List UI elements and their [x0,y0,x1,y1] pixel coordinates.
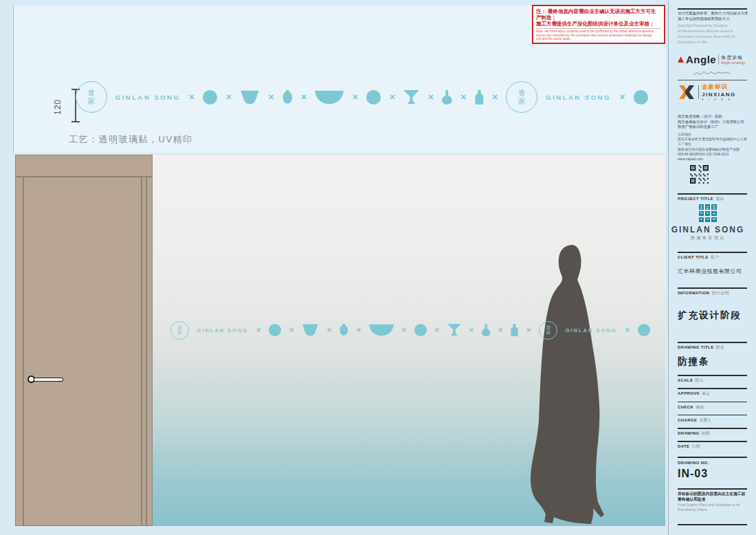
x-separator-icon: ✕ [389,93,395,102]
x-separator-icon: ✕ [225,93,232,102]
qr-code [690,165,709,184]
jinxiang-sub: S I G N S [702,98,736,101]
cup-icon [240,90,260,105]
note-cn-lines: 注： 最终信息内容需由业主确认无误后施工方方可生产制造；施工方需提供生产深化图纸… [536,8,661,27]
drawing-title-value: 防撞条 [678,356,710,368]
field-label: DRAWING制图 [678,430,710,437]
divider [678,428,747,429]
drawing-sheet: 120 工艺：透明玻璃贴，UV精印 青家GINLAN SONG✕✕✕✕✕✕✕✕✕… [0,0,756,535]
title-block: 设计方案版权所有，图纸尺寸均以标注为准，施工单位须到现场核实实际尺寸。 Copy… [668,0,756,535]
text-line: 陕西省宝鸡市国自省置锦标识制造产业园 [678,147,747,152]
text-line: 公司地址 [678,132,747,137]
divider [698,85,699,99]
label-en: INFORMATION [678,291,709,295]
x-separator-icon: ✕ [268,93,274,102]
field-check: CHECK审核 [669,402,756,415]
brand-text: GINLAN SONG [546,94,611,101]
door-transom [16,155,152,177]
project-title-label: PROJECT TITLE项目 [678,196,724,202]
bottle-icon [511,324,518,336]
x-separator-icon: ✕ [356,327,362,334]
field-scale: SCALE图示 [669,375,756,388]
dimension-label: 120 [53,94,74,115]
divider [678,252,747,253]
label-cn: 客户 [711,255,720,259]
angle-logo-tagline: 角度策略 Angle strategy [721,54,746,65]
text-line: 陕西广告标识制造新工厂 [678,124,744,130]
field-label: APPROVE审定 [678,391,710,397]
text-line: www.xajxad.com [678,157,747,162]
label-en: DRAWING TITLE [678,345,714,349]
x-separator-icon: ✕ [491,93,498,102]
design-phase: 扩充设计阶段 [678,309,742,322]
x-separator-icon: ✕ [401,327,407,334]
field-label: CHECK审核 [678,404,704,411]
x-separator-icon: ✕ [427,93,434,102]
divider [678,388,747,389]
x-separator-icon: ✕ [619,93,625,102]
field-label: SCALE图示 [678,378,703,384]
text-line: Dimension Contractors Must Verify All [678,34,735,39]
angle-wordmark: Angle [686,54,716,65]
divider [678,524,747,525]
door [15,155,153,526]
angle-cn: 角度策略 [721,54,746,61]
field-label: DATE日期 [678,444,700,450]
x-separator-icon: ✕ [498,327,504,334]
circle-icon [269,324,281,336]
text-line: 西安金象标识设计（制作）工程有限公司 [678,120,744,125]
bowl-icon [315,90,344,105]
circle-icon [634,90,648,105]
x-separator-icon: ✕ [289,327,295,334]
label-cn: 图名 [716,345,725,349]
footnote-cn: 所有标识的图及内容需由业主在施工前最终确认和批准 [678,492,746,502]
circle-icon [203,90,217,105]
text-line: 最终确认和批准 [678,497,746,503]
text-line: Provided by Others. [678,507,740,512]
text-line: Final Graphic Plans and Schedules to be [678,503,740,507]
divider [678,8,747,10]
text-line: 施工方需提供生产深化图纸供设计单位及业主审核； [536,21,661,27]
client-name: 汇丰祥商业投股有限公司 [678,268,742,275]
disclaimer-en: Copyright Reserved by DesignerAll Measur… [678,23,735,45]
divider [678,375,747,376]
signage-band-elevation: 青家GINLAN SONG✕✕✕✕✕✕✕✕✕青家GINLAN SONG✕ [170,315,650,345]
process-note: 工艺：透明玻璃贴，UV精印 [69,133,193,146]
divider [678,80,747,80]
divider [678,488,747,490]
label-cn: 项目 [715,197,724,201]
qingjia-roundel-logo: 青家 [76,81,107,113]
divider [678,287,747,289]
door-stile-line [146,177,147,525]
divider [678,342,747,343]
project-name-cn: 景澜青家酒店 [669,235,747,241]
x-separator-icon: ✕ [352,93,358,102]
angle-en: Angle strategy [721,61,746,65]
text-line: unit and the owner audit. [536,37,661,41]
martini-icon [447,324,461,336]
brand-text: GINLAN SONG [566,327,617,334]
label-en: DRAWING NO. [678,461,709,465]
cup-icon [302,324,319,336]
drawing-no-label: DRAWING NO. [678,461,709,465]
text-line: Dimensions on Site [678,39,735,45]
field-date: DATE日期 [669,441,756,454]
approval-note-box: 注： 最终信息内容需由业主确认无误后施工方方可生产制造；施工方需提供生产深化图纸… [532,5,665,44]
divider [678,402,747,403]
note-en-lines: Note: the information contents need to b… [536,28,661,41]
x-separator-icon: ✕ [625,327,630,334]
text-line: Note: the information contents need to b… [536,30,661,34]
text-line: All Measurements Must be Issued in [678,28,735,34]
jinxiang-text: 金象标识 JINXIANG S I G N S [702,83,736,101]
text-line: 工厂地址 [678,142,747,146]
text-line: 西安市未央区文景北路51号华远锦悦中心八层 [678,137,747,142]
label-cn: 设计说明 [711,291,729,295]
person-silhouette [529,243,609,527]
text-line: 注： 最终信息内容需由业主确认无误后施工方方可生产制造； [536,8,661,21]
seal-pattern-icon [698,204,718,223]
vase-icon [282,90,293,105]
divider [678,441,747,442]
signage-band-top: 青家GINLAN SONG✕✕✕✕✕✕✕✕✕青家GINLAN SONG✕ [76,79,648,115]
circle-icon [414,324,427,336]
vase-icon [340,324,348,336]
